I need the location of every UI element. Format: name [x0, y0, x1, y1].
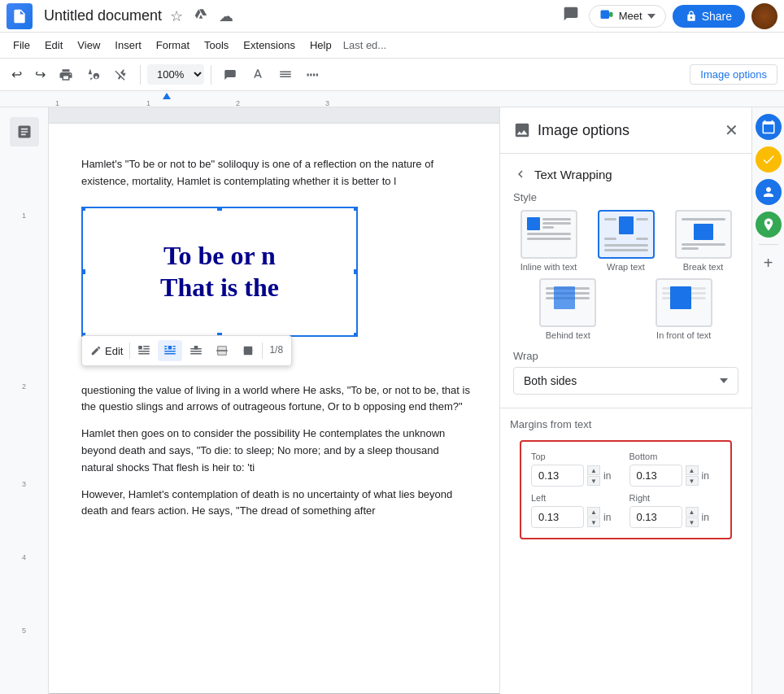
menu-format[interactable]: Format — [150, 36, 196, 55]
inline-wrap-button[interactable] — [132, 340, 156, 361]
contacts-icon[interactable] — [756, 179, 782, 205]
menu-insert[interactable]: Insert — [108, 36, 148, 55]
paint-format-button[interactable] — [81, 64, 106, 85]
comment-toolbar-button[interactable] — [218, 64, 242, 85]
page-num-5: 5 — [22, 626, 26, 635]
menu-file[interactable]: File — [7, 36, 37, 55]
maps-icon[interactable] — [756, 212, 782, 238]
wrap-dropdown[interactable]: Both sides Left Right Largest side — [513, 367, 738, 395]
page-num-2: 2 — [22, 382, 26, 391]
share-button[interactable]: Share — [673, 5, 745, 28]
left-up-button[interactable]: ▲ — [587, 507, 600, 517]
svg-rect-0 — [600, 10, 609, 19]
top-unit: in — [603, 470, 611, 482]
border-style-button[interactable] — [273, 64, 298, 85]
doc-title[interactable]: Untitled document — [44, 7, 162, 24]
wrap-preview — [598, 210, 655, 259]
top-bar: Untitled document ☆ ☁ Meet Share — [0, 0, 784, 33]
menu-tools[interactable]: Tools — [198, 36, 235, 55]
style-inline[interactable]: Inline with text — [513, 210, 584, 272]
style-grid-row1: Inline with text — [513, 210, 738, 272]
left-down-button[interactable]: ▼ — [587, 517, 600, 527]
right-up-button[interactable]: ▲ — [686, 507, 699, 517]
menu-view[interactable]: View — [71, 36, 107, 55]
handle-bottom-right[interactable] — [353, 332, 358, 337]
break-text-button[interactable] — [184, 340, 208, 361]
svg-rect-2 — [139, 346, 143, 350]
top-input[interactable] — [531, 465, 584, 487]
right-input[interactable] — [629, 506, 682, 528]
inline-preview — [520, 210, 577, 259]
avatar[interactable] — [751, 3, 777, 29]
bottom-input[interactable] — [629, 465, 682, 487]
star-button[interactable]: ☆ — [167, 4, 186, 28]
svg-rect-10 — [173, 346, 176, 347]
undo-button[interactable]: ↩ — [7, 63, 27, 85]
clear-format-button[interactable] — [109, 64, 133, 85]
svg-rect-4 — [139, 353, 150, 355]
collapse-icon — [513, 167, 528, 181]
handle-top-left[interactable] — [81, 207, 86, 212]
menu-edit[interactable]: Edit — [38, 36, 69, 55]
main-area: 1 2 3 4 5 Hamlet's "To be or not to be" … — [0, 107, 784, 694]
image-text-2: That is the — [160, 272, 279, 303]
style-label: Style — [513, 191, 738, 203]
page-num-4: 4 — [22, 553, 26, 561]
bottom-up-button[interactable]: ▲ — [686, 465, 699, 475]
print-button[interactable] — [54, 64, 78, 85]
handle-mid-right[interactable] — [353, 268, 358, 275]
svg-rect-1 — [609, 11, 613, 16]
image-counter: 1/8 — [264, 339, 288, 361]
cloud-save-button[interactable]: ☁ — [216, 4, 237, 28]
chat-button[interactable] — [560, 2, 582, 29]
meet-button[interactable]: Meet — [589, 5, 666, 28]
style-behind[interactable]: Behind text — [513, 278, 623, 340]
svg-rect-6 — [144, 348, 150, 350]
drive-button[interactable] — [191, 4, 211, 28]
border-dash-button[interactable] — [301, 64, 325, 85]
image-container[interactable]: To be or n That is the — [81, 207, 358, 337]
edit-label: Edit — [105, 345, 123, 357]
svg-rect-21 — [244, 347, 253, 356]
handle-top-mid[interactable] — [216, 207, 223, 212]
top-up-button[interactable]: ▲ — [587, 465, 600, 475]
top-actions: Meet Share — [560, 2, 777, 29]
svg-rect-13 — [165, 353, 176, 355]
tasks-icon[interactable] — [756, 146, 782, 172]
text-wrapping-header[interactable]: Text Wrapping — [513, 167, 738, 181]
behind-text-button[interactable] — [210, 340, 234, 361]
sidebar-pages-icon[interactable] — [10, 117, 39, 146]
infront-text-button[interactable] — [236, 340, 260, 361]
top-stepper: ▲ ▼ — [587, 465, 600, 486]
behind-preview — [539, 278, 596, 327]
zoom-selector[interactable]: 100% 75% 125% 150% 200% — [147, 64, 204, 85]
left-stepper: ▲ ▼ — [587, 507, 600, 527]
paragraph-4: However, Hamlet's contemplation of death… — [81, 487, 472, 521]
style-break[interactable]: Break text — [668, 210, 738, 272]
right-down-button[interactable]: ▼ — [686, 517, 699, 527]
image-options-button[interactable]: Image options — [690, 64, 777, 85]
style-infront[interactable]: In front of text — [629, 278, 739, 340]
margin-left-field: Left ▲ ▼ in — [531, 493, 623, 528]
handle-top-right[interactable] — [353, 207, 358, 212]
image-toolbar: Edit — [81, 335, 292, 365]
menu-extensions[interactable]: Extensions — [237, 36, 302, 55]
paragraph-2: questioning the value of living in a wor… — [81, 382, 472, 417]
doc-image[interactable]: To be or n That is the — [81, 207, 358, 337]
top-down-button[interactable]: ▼ — [587, 476, 600, 486]
menu-help[interactable]: Help — [303, 36, 338, 55]
add-sidebar-button[interactable]: + — [757, 251, 780, 274]
handle-mid-left[interactable] — [81, 268, 86, 275]
redo-button[interactable]: ↪ — [30, 63, 50, 85]
wrap-section-label: Wrap — [513, 350, 738, 362]
image-edit-button[interactable]: Edit — [85, 342, 128, 360]
bottom-down-button[interactable]: ▼ — [686, 476, 699, 486]
wrap-text-button[interactable] — [158, 340, 182, 361]
svg-rect-3 — [139, 351, 150, 352]
left-input[interactable] — [531, 506, 584, 528]
border-color-button[interactable] — [246, 64, 270, 85]
toolbar-sep-2 — [262, 343, 263, 359]
style-wrap[interactable]: Wrap text — [590, 210, 661, 272]
panel-close-button[interactable]: ✕ — [725, 120, 738, 140]
calendar-icon[interactable] — [756, 114, 782, 140]
